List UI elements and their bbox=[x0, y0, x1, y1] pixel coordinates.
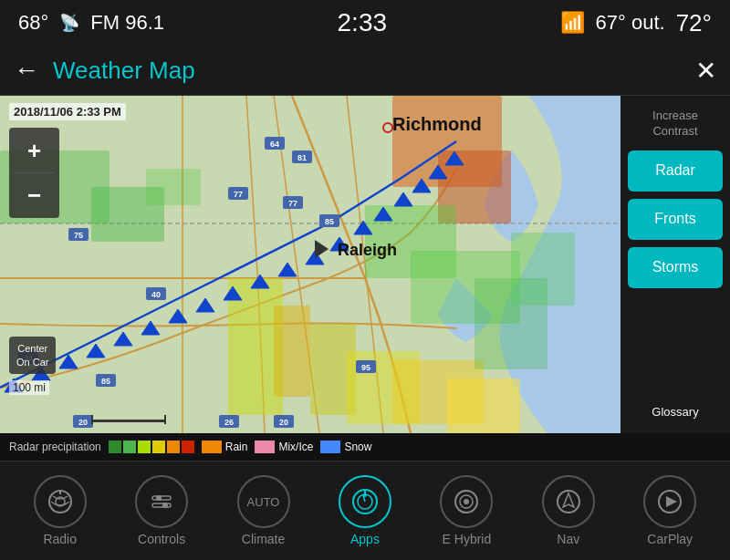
svg-rect-20 bbox=[511, 233, 575, 306]
clock: 2:33 bbox=[338, 8, 388, 37]
precip-color-5 bbox=[167, 441, 180, 453]
precip-color-1 bbox=[109, 441, 121, 453]
precip-color-6 bbox=[182, 441, 194, 453]
svg-text:77: 77 bbox=[288, 199, 297, 208]
svg-rect-8 bbox=[146, 169, 201, 205]
svg-text:77: 77 bbox=[234, 190, 243, 199]
ehybrid-icon-circle bbox=[440, 475, 493, 528]
apps-icon-circle bbox=[339, 475, 391, 528]
radio-station: FM 96.1 bbox=[90, 11, 164, 35]
mix-ice-color bbox=[255, 441, 275, 453]
svg-text:40: 40 bbox=[151, 290, 161, 299]
right-panel: IncreaseContrast Radar Fronts Storms Glo… bbox=[620, 96, 730, 433]
controls-icon-circle bbox=[135, 475, 188, 528]
carplay-icon-circle bbox=[643, 475, 696, 528]
nav-icon-circle bbox=[542, 475, 595, 528]
svg-marker-89 bbox=[563, 493, 574, 507]
nav-item-ehybrid[interactable]: E Hybrid bbox=[428, 475, 506, 546]
nav-item-apps[interactable]: Apps bbox=[326, 475, 403, 546]
radio-signal-icon: 📡 bbox=[59, 13, 79, 33]
increase-contrast-button[interactable]: IncreaseContrast bbox=[649, 105, 702, 143]
carplay-label: CarPlay bbox=[647, 532, 693, 546]
zoom-out-button[interactable]: − bbox=[14, 177, 55, 213]
snow-legend: Snow bbox=[320, 441, 371, 453]
fronts-button[interactable]: Fronts bbox=[628, 199, 723, 240]
climate-label: Climate bbox=[242, 532, 285, 546]
zoom-in-button[interactable]: + bbox=[14, 132, 55, 169]
svg-marker-91 bbox=[666, 496, 677, 507]
map-timestamp: 2018/11/06 2:33 PM bbox=[9, 103, 126, 120]
snow-color bbox=[320, 441, 340, 453]
svg-text:Richmond: Richmond bbox=[392, 114, 482, 134]
radar-button[interactable]: Radar bbox=[628, 150, 723, 192]
svg-text:26: 26 bbox=[224, 418, 234, 427]
page-title: Weather Map bbox=[53, 57, 695, 85]
apps-label: Apps bbox=[350, 532, 380, 546]
nav-item-climate[interactable]: AUTO Climate bbox=[224, 475, 302, 546]
rain-legend: Rain bbox=[202, 441, 248, 453]
back-button[interactable]: ← bbox=[14, 56, 39, 85]
svg-point-87 bbox=[464, 499, 469, 504]
svg-text:20: 20 bbox=[78, 418, 88, 427]
map-area[interactable]: 24 64 81 77 77 85 40 95 20 26 20 bbox=[0, 96, 620, 433]
svg-point-78 bbox=[156, 495, 162, 501]
svg-text:64: 64 bbox=[270, 140, 279, 149]
svg-point-80 bbox=[162, 503, 168, 508]
legend-bar: Radar precipitation Rain Mix/Ice Snow bbox=[0, 433, 730, 461]
nav-item-nav[interactable]: Nav bbox=[529, 475, 607, 546]
svg-text:20: 20 bbox=[279, 418, 288, 427]
cabin-temp: 72° bbox=[676, 9, 712, 37]
radar-precip-label: Radar precipitation bbox=[9, 441, 101, 453]
nav-bar: ← Weather Map ✕ bbox=[0, 46, 730, 96]
outside-temp2: 67° out. bbox=[596, 11, 665, 35]
status-right: 📶 67° out. 72° bbox=[560, 9, 712, 37]
nav-label: Nav bbox=[557, 532, 579, 546]
svg-text:85: 85 bbox=[325, 217, 334, 226]
controls-label: Controls bbox=[138, 532, 185, 546]
bottom-nav: Radio Controls AUTO Climate bbox=[0, 461, 730, 560]
map-scale: 100 mi bbox=[9, 380, 49, 395]
svg-text:81: 81 bbox=[297, 153, 307, 162]
nav-item-radio[interactable]: Radio bbox=[21, 475, 99, 546]
precip-color-3 bbox=[138, 441, 151, 453]
svg-text:Raleigh: Raleigh bbox=[338, 241, 397, 259]
radio-icon-circle bbox=[34, 475, 87, 528]
glossary-button[interactable]: Glossary bbox=[648, 401, 702, 424]
snow-label: Snow bbox=[344, 441, 371, 453]
svg-rect-73 bbox=[164, 415, 166, 424]
svg-rect-12 bbox=[274, 306, 310, 397]
climate-icon-circle: AUTO bbox=[237, 475, 290, 528]
svg-text:95: 95 bbox=[361, 363, 370, 372]
close-button[interactable]: ✕ bbox=[695, 56, 716, 86]
status-left: 68° 📡 FM 96.1 bbox=[18, 11, 164, 35]
rain-color bbox=[202, 441, 222, 453]
svg-rect-16 bbox=[447, 379, 520, 433]
nav-item-controls[interactable]: Controls bbox=[123, 475, 201, 546]
rain-label: Rain bbox=[225, 441, 248, 453]
svg-rect-72 bbox=[91, 415, 93, 424]
precip-color-scale bbox=[109, 441, 194, 453]
wifi-icon: 📶 bbox=[560, 11, 585, 35]
svg-text:75: 75 bbox=[74, 231, 83, 240]
main-content: 24 64 81 77 77 85 40 95 20 26 20 bbox=[0, 96, 730, 433]
precip-color-4 bbox=[152, 441, 165, 453]
status-bar: 68° 📡 FM 96.1 2:33 📶 67° out. 72° bbox=[0, 0, 730, 46]
nav-item-carplay[interactable]: CarPlay bbox=[631, 475, 709, 546]
center-on-car-button[interactable]: CenterOn Car bbox=[9, 337, 56, 374]
ehybrid-label: E Hybrid bbox=[443, 532, 492, 546]
mix-ice-label: Mix/Ice bbox=[278, 441, 313, 453]
precip-color-2 bbox=[123, 441, 136, 453]
svg-rect-71 bbox=[91, 420, 164, 422]
mix-ice-legend: Mix/Ice bbox=[255, 441, 313, 453]
svg-text:85: 85 bbox=[101, 377, 110, 386]
outside-temp: 68° bbox=[18, 11, 48, 35]
zoom-controls: + − bbox=[9, 128, 59, 218]
storms-button[interactable]: Storms bbox=[628, 247, 723, 288]
radio-label: Radio bbox=[43, 532, 77, 546]
